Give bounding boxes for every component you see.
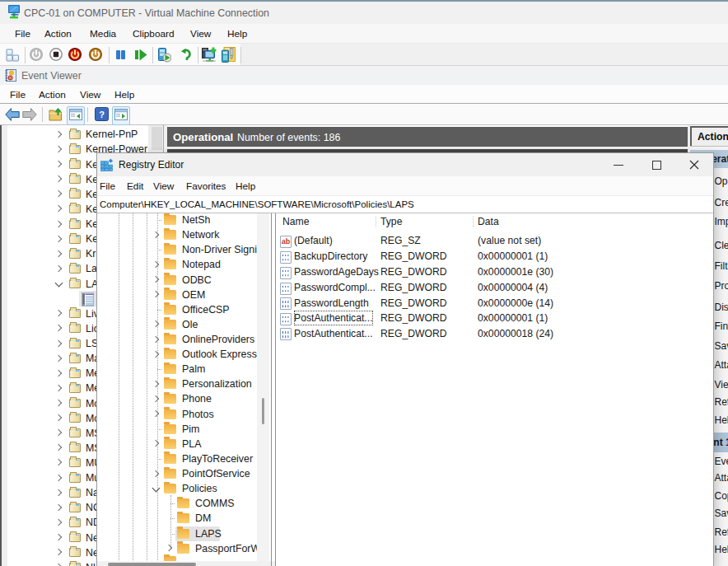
svg-text:?: ? bbox=[99, 110, 105, 119]
